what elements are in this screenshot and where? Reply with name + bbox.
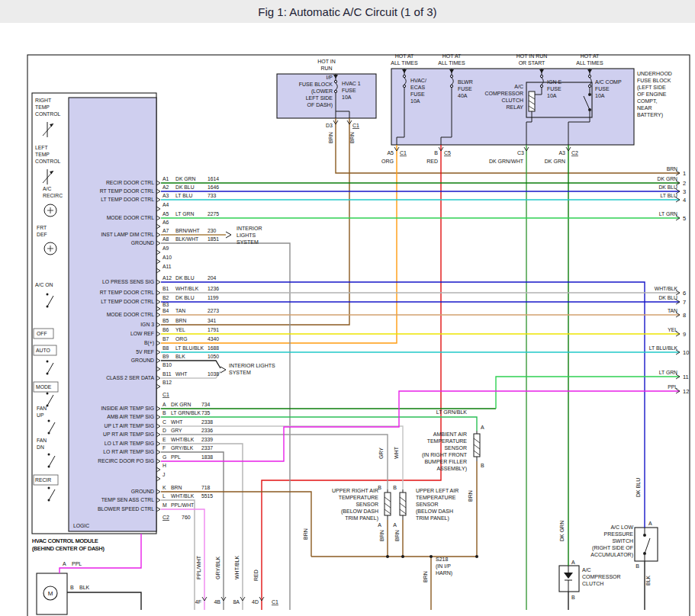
- pin-chevron-A8: [156, 241, 160, 245]
- pin-id: A4: [162, 202, 169, 207]
- pin-id: K: [162, 485, 166, 490]
- wire-k-ground: [161, 492, 311, 557]
- diagram-label: (IN I/P: [436, 563, 451, 569]
- fuse-label: 10A: [342, 95, 352, 100]
- terminal-wire-color: LT BLU: [661, 193, 678, 198]
- pin-chevron-M: [156, 507, 160, 512]
- pin-chevron-B8: [156, 350, 160, 355]
- clutch-box: [559, 566, 579, 592]
- wire-color-label: BRN: [171, 485, 182, 490]
- control-label: OFF: [37, 331, 47, 336]
- control-label: TEMP: [35, 104, 50, 110]
- pin-chevron-B2: [156, 300, 160, 304]
- pin-chevron-A9: [156, 250, 160, 255]
- circuit-number: 2336: [201, 428, 213, 433]
- pin-id: A5: [162, 211, 169, 217]
- wire-org-hvac-fuse-to-b7: [161, 145, 397, 343]
- pin-chevron-A2: [156, 189, 160, 194]
- switch-contact: [48, 454, 50, 456]
- circuit-number: 718: [201, 485, 211, 490]
- pin-id: B3: [162, 302, 169, 307]
- module-pin-function: INST LAMP DIM CTRL: [101, 232, 154, 237]
- pin-id: B4: [162, 308, 169, 313]
- fuse-label: FUSE: [547, 86, 561, 91]
- pressure-switch-box: [635, 528, 658, 561]
- module-pin-function: B(+): [144, 340, 154, 346]
- circuit-number: 1791: [208, 327, 219, 332]
- pin-chevron-G: [156, 459, 160, 464]
- fuse-label: 10A: [410, 98, 420, 104]
- pin-chevron-A4: [156, 207, 160, 211]
- diagram-label: A/C: [514, 84, 523, 89]
- terminal-number: 12: [683, 388, 689, 395]
- wire-color-label: WHT/BLK: [171, 437, 195, 442]
- logic-label: LOGIC: [73, 523, 89, 528]
- wire-brn-ip-to-b5: [161, 118, 349, 325]
- diagram-label: PPL/WHT: [196, 555, 201, 579]
- diagram-label: C1: [400, 150, 407, 156]
- circuit-number: 230: [208, 228, 217, 233]
- pin-chevron-B12: [156, 384, 160, 389]
- wire-color-label: WHT: [175, 371, 187, 377]
- terminal-number: 11: [683, 374, 689, 380]
- pin-id: B12: [162, 380, 172, 385]
- pin-chevron-L: [156, 498, 160, 502]
- pin-chevron-A5: [156, 216, 160, 220]
- terminal-wire-color: DK BLU: [658, 295, 677, 300]
- diagram-label: DK BLU: [635, 478, 641, 497]
- fuse-label: FUSE: [342, 88, 356, 93]
- diagram-label: BLK: [645, 575, 651, 586]
- pin-id: A11: [162, 264, 172, 269]
- wire-color-label: BRN: [175, 318, 186, 323]
- diagram-label: S218: [436, 557, 448, 562]
- wire-color-label: GRY/BLK: [171, 445, 194, 451]
- terminal-wire-color: LT GRN: [659, 211, 677, 217]
- module-pin-function: UP LT AIR TEMP SIG: [105, 423, 154, 428]
- terminal-wire-color: LT GRN: [659, 370, 677, 375]
- terminal-number: 7: [683, 299, 686, 306]
- fuse-label: 10A: [547, 93, 557, 98]
- pin-chevron-A7: [156, 233, 160, 237]
- diagram-label: 4F: [195, 599, 201, 605]
- control-label: CONTROL: [35, 159, 60, 164]
- terminal-number: 8: [683, 312, 686, 319]
- diagram-label: A/C: [582, 567, 591, 573]
- junction-dot: [430, 555, 433, 558]
- wire-blower-blk: [67, 592, 141, 610]
- terminal-wire-color: DK GRN: [658, 176, 678, 181]
- pin-chevron-B7: [156, 341, 160, 345]
- pin-chevron-A12: [156, 280, 160, 284]
- diagram-label: GRY/BLK: [215, 556, 220, 579]
- junction-dot: [401, 555, 404, 558]
- diagram-label: HVAC CONTROL MODULE: [32, 538, 98, 544]
- pin-id: A10: [162, 255, 172, 260]
- wire-color-label: PPL: [171, 454, 181, 460]
- terminal-number: 10: [683, 349, 689, 356]
- pin-chevron-A3: [156, 197, 160, 202]
- diagram-label: B: [481, 463, 484, 468]
- module-pin-function: RECIRC DOOR PO SIG: [98, 458, 154, 464]
- diagram-label: PPL: [72, 561, 82, 566]
- diagram-label: 4D: [252, 599, 259, 605]
- junction-dot: [588, 93, 591, 96]
- circuit-number: 2338: [201, 419, 213, 425]
- junction-dot: [475, 555, 478, 558]
- pin-chevron-B5: [156, 322, 160, 327]
- diagram-label: ASSEMBLY): [436, 466, 467, 472]
- pin-id: B1: [162, 286, 169, 291]
- circuit-number: 1050: [208, 354, 219, 359]
- control-label: DN: [37, 444, 44, 450]
- pin-chevron-H: [156, 467, 160, 472]
- module-pin-function: IGN 3: [140, 322, 154, 327]
- control-label: FAN: [37, 438, 47, 443]
- fuse-label: FUSE: [410, 91, 425, 97]
- terminal-number: 5: [683, 215, 686, 222]
- wire-color-label: GRY: [171, 428, 182, 433]
- fuse-label: IGN E: [547, 79, 561, 85]
- control-label: UP: [37, 412, 44, 418]
- wire-color-label: BLK: [175, 354, 185, 359]
- control-label: AUTO: [36, 348, 50, 353]
- module-pin-function: RECIR DOOR CTRL: [106, 180, 154, 185]
- diagram-label: B: [70, 585, 74, 590]
- diagram-label: LT GRN/BLK: [436, 409, 468, 415]
